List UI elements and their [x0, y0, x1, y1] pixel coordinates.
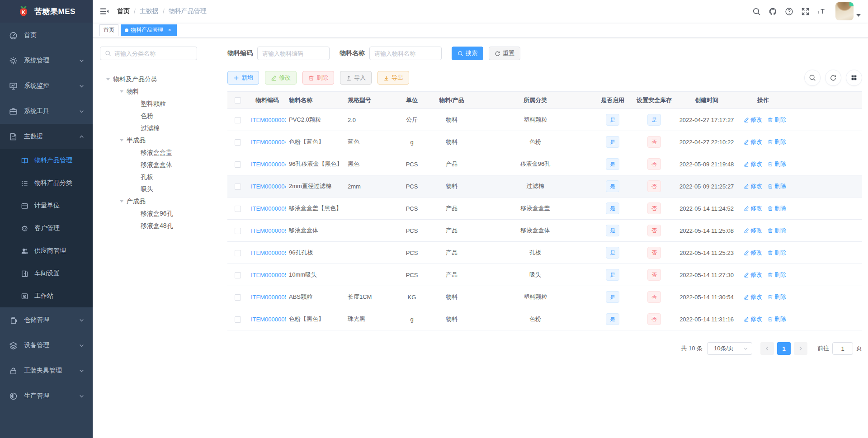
tree-expand-icon[interactable]: [120, 200, 123, 203]
tree-node[interactable]: 吸头: [100, 183, 213, 195]
goto-page-input[interactable]: [832, 342, 853, 355]
tree-node[interactable]: 色粉: [100, 110, 213, 122]
sidebar-item-workstation[interactable]: 工作站: [0, 285, 93, 307]
sidebar-item-system-monitor[interactable]: 系统监控: [0, 73, 93, 99]
sidebar-item-tooling-fixture-mgmt[interactable]: 工装夹具管理: [0, 358, 93, 383]
row-checkbox[interactable]: [235, 161, 241, 168]
row-checkbox[interactable]: [235, 250, 241, 256]
edit-link[interactable]: 修改: [744, 160, 762, 168]
fullscreen-icon[interactable]: [801, 7, 810, 16]
table-search-button[interactable]: [804, 70, 821, 86]
search-icon[interactable]: [752, 7, 761, 16]
row-checkbox[interactable]: [235, 139, 241, 146]
edit-link[interactable]: 修改: [744, 116, 762, 124]
import-button[interactable]: 导入: [340, 71, 372, 85]
tree-node[interactable]: 产成品: [100, 195, 213, 207]
sidebar-item-material-product-category[interactable]: 物料产品分类: [0, 172, 93, 194]
material-code-link[interactable]: ITEM00000046: [251, 161, 286, 168]
material-code-link[interactable]: ITEM00000041: [251, 139, 286, 146]
delete-link[interactable]: 删除: [768, 204, 786, 212]
delete-link[interactable]: 删除: [768, 138, 786, 146]
tree-expand-icon[interactable]: [106, 78, 110, 80]
tree-node[interactable]: 移液盒盒体: [100, 159, 213, 171]
sidebar-item-system-mgmt[interactable]: 系统管理: [0, 48, 93, 73]
material-code-link[interactable]: ITEM00000056: [251, 316, 286, 323]
tab-home[interactable]: 首页: [99, 24, 118, 36]
material-name-input[interactable]: [374, 50, 437, 57]
edit-link[interactable]: 修改: [744, 249, 762, 257]
sidebar-item-production-mgmt[interactable]: 生产管理: [0, 383, 93, 409]
delete-link[interactable]: 删除: [768, 271, 786, 279]
close-icon[interactable]: ×: [166, 27, 173, 33]
material-code-link[interactable]: ITEM00000054: [251, 272, 286, 278]
row-checkbox[interactable]: [235, 272, 241, 278]
row-checkbox[interactable]: [235, 117, 241, 123]
sidebar-item-measure-unit[interactable]: 计量单位: [0, 194, 93, 217]
tree-node[interactable]: 移液盒盒盖: [100, 146, 213, 159]
breadcrumb-item[interactable]: 首页: [117, 7, 130, 15]
export-button[interactable]: 导出: [377, 71, 409, 85]
delete-link[interactable]: 删除: [768, 226, 786, 235]
select-all-checkbox[interactable]: [235, 97, 241, 104]
material-code-link[interactable]: ITEM00000051: [251, 205, 286, 212]
page-size-select[interactable]: 10条/页: [707, 342, 752, 355]
edit-link[interactable]: 修改: [744, 138, 762, 146]
sidebar-item-master-data[interactable]: 主数据: [0, 124, 93, 149]
category-search-input[interactable]: [114, 50, 192, 57]
next-page-button[interactable]: [794, 342, 807, 355]
delete-link[interactable]: 删除: [768, 315, 786, 323]
tree-expand-icon[interactable]: [120, 90, 123, 93]
delete-link[interactable]: 删除: [768, 293, 786, 301]
row-checkbox[interactable]: [235, 184, 241, 190]
material-code-link[interactable]: ITEM00000052: [251, 227, 286, 234]
row-checkbox[interactable]: [235, 206, 241, 212]
user-menu[interactable]: [835, 2, 861, 20]
github-icon[interactable]: [769, 7, 777, 16]
tab-material-product-mgmt[interactable]: 物料产品管理×: [121, 24, 177, 36]
delete-link[interactable]: 删除: [768, 182, 786, 190]
add-button[interactable]: 新增: [227, 71, 259, 85]
material-code-link[interactable]: ITEM00000049: [251, 183, 286, 190]
edit-link[interactable]: 修改: [744, 315, 762, 323]
font-size-icon[interactable]: TT: [817, 7, 826, 16]
help-icon[interactable]: [785, 7, 793, 16]
tree-node[interactable]: 物料及产品分类: [100, 73, 213, 85]
delete-link[interactable]: 删除: [768, 160, 786, 168]
tree-node[interactable]: 移液盒96孔: [100, 207, 213, 220]
material-code-link[interactable]: ITEM00000053: [251, 250, 286, 256]
delete-link[interactable]: 删除: [768, 116, 786, 124]
hamburger-fold-icon[interactable]: [100, 7, 109, 16]
delete-button[interactable]: 删除: [302, 71, 334, 85]
sidebar-item-customer-mgmt[interactable]: 客户管理: [0, 217, 93, 240]
material-code-link[interactable]: ITEM00000037: [251, 117, 286, 123]
sidebar-item-workshop-setting[interactable]: 车间设置: [0, 262, 93, 285]
search-button[interactable]: 搜索: [452, 47, 483, 60]
row-checkbox[interactable]: [235, 294, 241, 301]
edit-link[interactable]: 修改: [744, 271, 762, 279]
tree-node[interactable]: 物料: [100, 85, 213, 98]
tree-expand-icon[interactable]: [120, 139, 123, 141]
table-refresh-button[interactable]: [825, 70, 841, 86]
material-code-input[interactable]: [262, 50, 325, 57]
reset-button[interactable]: 重置: [489, 47, 520, 60]
edit-link[interactable]: 修改: [744, 226, 762, 235]
edit-link[interactable]: 修改: [744, 204, 762, 212]
table-columns-button[interactable]: [846, 70, 862, 86]
tree-node[interactable]: 半成品: [100, 134, 213, 146]
row-checkbox[interactable]: [235, 316, 241, 323]
sidebar-item-warehouse-mgmt[interactable]: 仓储管理: [0, 307, 93, 333]
edit-link[interactable]: 修改: [744, 182, 762, 190]
sidebar-item-material-product-mgmt[interactable]: 物料产品管理: [0, 149, 93, 172]
tree-node[interactable]: 孔板: [100, 171, 213, 183]
app-logo[interactable]: K 苦糖果MES: [0, 0, 93, 23]
delete-link[interactable]: 删除: [768, 249, 786, 257]
edit-link[interactable]: 修改: [744, 293, 762, 301]
sidebar-item-system-tools[interactable]: 系统工具: [0, 99, 93, 124]
sidebar-item-equipment-mgmt[interactable]: 设备管理: [0, 333, 93, 358]
sidebar-item-home[interactable]: 首页: [0, 23, 93, 48]
edit-button[interactable]: 修改: [265, 71, 297, 85]
row-checkbox[interactable]: [235, 228, 241, 234]
tree-node[interactable]: 过滤棉: [100, 122, 213, 134]
material-code-link[interactable]: ITEM00000055: [251, 294, 286, 301]
sidebar-item-supplier-mgmt[interactable]: 供应商管理: [0, 240, 93, 262]
